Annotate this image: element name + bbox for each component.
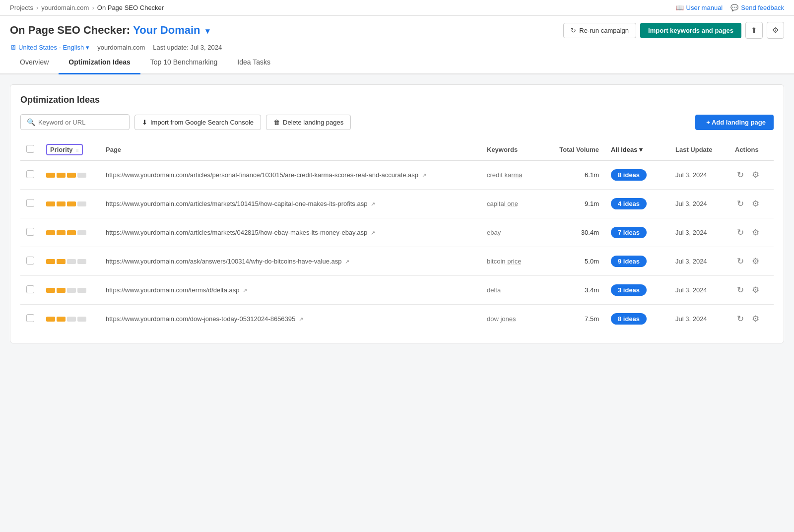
- keyword-link[interactable]: credit karma: [487, 171, 523, 179]
- tab-idea-tasks[interactable]: Idea Tasks: [227, 51, 280, 74]
- external-link-icon[interactable]: ↗: [422, 172, 426, 179]
- rerun-row-button[interactable]: ↻: [735, 197, 746, 211]
- breadcrumb-domain[interactable]: yourdomain.com: [41, 4, 89, 11]
- tab-top10[interactable]: Top 10 Benchmarking: [140, 51, 227, 74]
- ideas-badge[interactable]: 4 ideas: [611, 198, 647, 209]
- settings-row-button[interactable]: ⚙: [750, 197, 761, 211]
- row-update-cell: Jul 3, 2024: [669, 218, 729, 247]
- meta-row: 🖥 United States - English ▾ yourdomain.c…: [10, 44, 784, 51]
- row-page-cell: https://www.yourdomain.com/articles/mark…: [100, 218, 481, 247]
- keyword-link[interactable]: capital one: [487, 200, 518, 207]
- priority-bar: [57, 259, 66, 264]
- ideas-badge[interactable]: 3 ideas: [611, 284, 647, 296]
- add-landing-button[interactable]: + Add landing page: [695, 115, 774, 130]
- add-landing-label: + Add landing page: [706, 119, 766, 126]
- page-url: https://www.yourdomain.com/articles/mark…: [106, 229, 367, 236]
- all-ideas-filter-button[interactable]: All Ideas ▾: [611, 146, 643, 153]
- priority-bar: [46, 317, 55, 322]
- priority-bar: [46, 259, 55, 264]
- keyword-link[interactable]: ebay: [487, 229, 501, 236]
- row-page-cell: https://www.yourdomain.com/articles/pers…: [100, 161, 481, 190]
- row-checkbox[interactable]: [26, 170, 34, 178]
- sort-icon: ≡: [75, 147, 78, 153]
- send-feedback-link[interactable]: 💬 Send feedback: [730, 4, 784, 11]
- import-gsc-button[interactable]: ⬇ Import from Google Search Console: [134, 115, 261, 130]
- row-checkbox[interactable]: [26, 314, 34, 322]
- priority-bar: [57, 288, 66, 293]
- rerun-row-button[interactable]: ↻: [735, 283, 746, 297]
- update-date: Jul 3, 2024: [675, 171, 707, 179]
- priority-bar: [67, 173, 76, 178]
- keyword-link[interactable]: dow jones: [487, 315, 516, 323]
- settings-row-button[interactable]: ⚙: [750, 312, 761, 326]
- rerun-button[interactable]: ↻ Re-run campaign: [563, 23, 636, 38]
- row-checkbox[interactable]: [26, 199, 34, 207]
- external-link-icon[interactable]: ↗: [371, 201, 375, 207]
- tab-optimization-ideas[interactable]: Optimization Ideas: [59, 51, 140, 74]
- settings-icon-button[interactable]: ⚙: [767, 22, 784, 39]
- row-checkbox[interactable]: [26, 257, 34, 265]
- priority-bar: [46, 288, 55, 293]
- top-right-actions: 📖 User manual 💬 Send feedback: [676, 4, 784, 11]
- ideas-badge[interactable]: 9 ideas: [611, 256, 647, 267]
- user-manual-link[interactable]: 📖 User manual: [676, 4, 723, 11]
- header: On Page SEO Checker: Your Domain ▾ ↻ Re-…: [0, 16, 794, 51]
- row-page-cell: https://www.yourdomain.com/dow-jones-tod…: [100, 305, 481, 333]
- update-date: Jul 3, 2024: [675, 258, 707, 265]
- row-priority-cell: [40, 276, 100, 305]
- row-checkbox[interactable]: [26, 228, 34, 236]
- message-icon: 💬: [730, 4, 738, 11]
- search-box: 🔍: [20, 114, 130, 130]
- import-keywords-button[interactable]: Import keywords and pages: [640, 23, 741, 38]
- row-priority-cell: [40, 247, 100, 276]
- row-keyword-cell: ebay: [481, 218, 550, 247]
- select-all-checkbox[interactable]: [26, 145, 34, 153]
- row-volume-cell: 6.1m: [550, 161, 605, 190]
- settings-row-button[interactable]: ⚙: [750, 225, 761, 240]
- row-actions-cell: ↻ ⚙: [729, 276, 774, 305]
- priority-bar: [77, 201, 86, 206]
- row-volume-cell: 5.0m: [550, 247, 605, 276]
- row-actions-cell: ↻ ⚙: [729, 190, 774, 218]
- rerun-row-button[interactable]: ↻: [735, 254, 746, 268]
- th-page: Page: [100, 139, 481, 161]
- priority-bar: [57, 230, 66, 235]
- locale-chevron: ▾: [86, 44, 89, 51]
- ideas-badge[interactable]: 8 ideas: [611, 169, 647, 181]
- settings-row-button[interactable]: ⚙: [750, 254, 761, 268]
- search-icon: 🔍: [27, 118, 35, 126]
- search-input[interactable]: [38, 119, 123, 126]
- delete-pages-button[interactable]: 🗑 Delete landing pages: [266, 115, 351, 130]
- settings-row-button[interactable]: ⚙: [750, 283, 761, 297]
- external-link-icon[interactable]: ↗: [243, 287, 247, 294]
- rerun-row-button[interactable]: ↻: [735, 225, 746, 240]
- rerun-row-button[interactable]: ↻: [735, 312, 746, 326]
- ideas-badge[interactable]: 7 ideas: [611, 227, 647, 238]
- row-update-cell: Jul 3, 2024: [669, 305, 729, 333]
- table-row: https://www.yourdomain.com/dow-jones-tod…: [20, 305, 774, 333]
- locale-button[interactable]: 🖥 United States - English ▾: [10, 44, 89, 51]
- external-link-icon[interactable]: ↗: [345, 259, 349, 265]
- domain-name: Your Domain: [133, 24, 200, 36]
- trash-icon: 🗑: [273, 119, 280, 126]
- optimization-ideas-card: Optimization Ideas 🔍 ⬇ Import from Googl…: [10, 84, 784, 343]
- external-link-icon[interactable]: ↗: [371, 230, 375, 236]
- priority-bar: [57, 317, 66, 322]
- table-row: https://www.yourdomain.com/articles/mark…: [20, 218, 774, 247]
- keyword-link[interactable]: delta: [487, 286, 501, 294]
- keyword-link[interactable]: bitcoin price: [487, 258, 521, 265]
- rerun-icon: ↻: [571, 27, 576, 34]
- row-priority-cell: [40, 190, 100, 218]
- row-checkbox[interactable]: [26, 285, 34, 293]
- row-actions-cell: ↻ ⚙: [729, 305, 774, 333]
- external-link-icon[interactable]: ↗: [299, 316, 303, 323]
- settings-row-button[interactable]: ⚙: [750, 168, 761, 182]
- rerun-row-button[interactable]: ↻: [735, 168, 746, 182]
- update-date: Jul 3, 2024: [675, 286, 707, 294]
- tab-overview[interactable]: Overview: [10, 51, 59, 74]
- upload-icon-button[interactable]: ⬆: [745, 22, 763, 39]
- breadcrumb-projects[interactable]: Projects: [10, 4, 33, 11]
- ideas-badge[interactable]: 8 ideas: [611, 313, 647, 325]
- domain-chevron[interactable]: ▾: [205, 27, 209, 35]
- priority-bar: [77, 317, 86, 322]
